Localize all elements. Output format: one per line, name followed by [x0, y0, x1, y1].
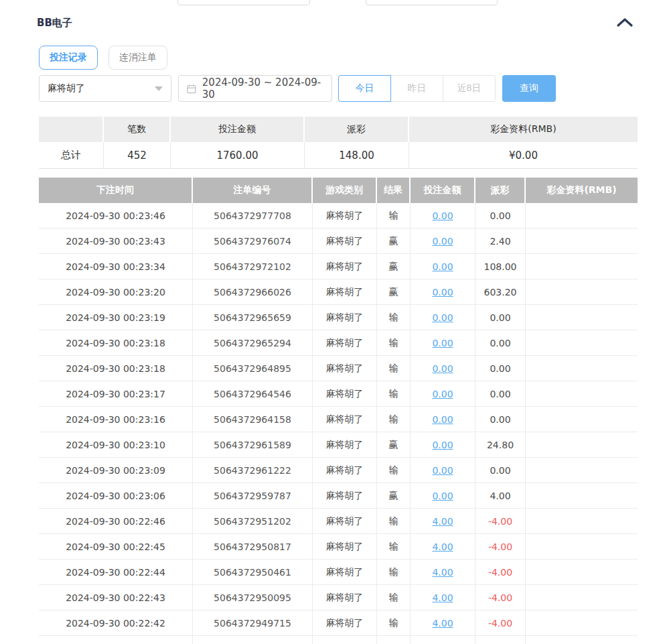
- table-row: 2024-09-30 00:23:165064372964158麻将胡了输0.0…: [39, 407, 638, 432]
- bet-amount-link[interactable]: 0.00: [432, 389, 453, 399]
- bet-amount-link[interactable]: 0.00: [432, 465, 453, 476]
- summary-col-count: 笔数: [104, 117, 171, 142]
- bet-amount-link[interactable]: 0.00: [432, 210, 453, 221]
- today-button[interactable]: 今日: [338, 75, 391, 102]
- chevron-up-icon[interactable]: [616, 16, 634, 29]
- bet-amount-link[interactable]: 4.00: [432, 516, 453, 527]
- table-row: 2024-09-30 00:23:095064372961222麻将胡了输0.0…: [39, 458, 638, 483]
- records-col-bonus: 彩金资料(RMB): [526, 178, 638, 203]
- cell-payout: -4.00: [475, 610, 526, 636]
- cell-bonus: [526, 585, 638, 610]
- cell-result: 输: [377, 305, 411, 330]
- cell-bet-id: 5064372977708: [193, 203, 313, 229]
- cell-game-type: 麻将胡了: [313, 458, 377, 483]
- cell-bet-time: 2024-09-30 00:23:10: [39, 432, 193, 458]
- bet-amount-link[interactable]: 0.00: [432, 261, 453, 272]
- cell-bet-time: 2024-09-30 00:23:18: [39, 330, 193, 356]
- cell-payout: -4.00: [475, 534, 526, 560]
- bet-amount-link[interactable]: 4.00: [432, 618, 453, 629]
- cell-bet-amount: 0.00: [411, 203, 475, 229]
- cell-bonus: [526, 610, 638, 636]
- tab-cancelled-bets[interactable]: 连消注单: [108, 46, 167, 70]
- table-row: 2024-09-30 00:23:175064372964546麻将胡了输0.0…: [39, 381, 638, 407]
- cell-game-type: 麻将胡了: [313, 229, 377, 254]
- records-col-result: 结果: [377, 178, 411, 203]
- cell-bonus: [526, 254, 638, 279]
- cell-bonus: [526, 432, 638, 458]
- cell-bet-amount: 0.00: [411, 407, 475, 432]
- summary-total-bet-amount: 1760.00: [171, 142, 305, 169]
- cell-bet-amount: 0.00: [411, 381, 475, 407]
- cell-game-type: 麻将胡了: [313, 407, 377, 432]
- cell-payout: -4.00: [475, 509, 526, 534]
- table-row: 2024-09-30 00:22:465064372951202麻将胡了输4.0…: [39, 509, 638, 534]
- cell-bet-amount: 0.00: [411, 330, 475, 356]
- cell-game-type: 麻将胡了: [313, 203, 377, 229]
- cell-game-type: 麻将胡了: [313, 279, 377, 305]
- bet-amount-link[interactable]: 0.00: [432, 287, 453, 298]
- tab-betting-records[interactable]: 投注记录: [39, 46, 98, 70]
- table-row: 2024-09-30 00:22:435064372950095麻将胡了输4.0…: [39, 585, 638, 610]
- cell-game-type: 麻将胡了: [313, 432, 377, 458]
- yesterday-button[interactable]: 昨日: [390, 75, 443, 102]
- date-range-input[interactable]: 2024-09-30 ~ 2024-09-30: [178, 75, 332, 102]
- cell-bet-id: 5064372965294: [193, 330, 313, 356]
- cell-bet-time: 2024-09-30 00:23:46: [39, 203, 193, 229]
- game-select[interactable]: 麻将胡了: [39, 75, 171, 102]
- bet-amount-link[interactable]: 4.00: [432, 541, 453, 552]
- cell-result: 赢: [377, 229, 411, 254]
- cell-bet-time: 2024-09-30 00:23:19: [39, 305, 193, 330]
- last-8-days-button[interactable]: 近8日: [443, 75, 496, 102]
- cell-bet-id: 5064372950095: [193, 585, 313, 610]
- cell-bet-id: 5064372961222: [193, 458, 313, 483]
- cell-payout: -4.00: [475, 585, 526, 610]
- cell-game-type: 麻将胡了: [313, 305, 377, 330]
- cell-empty: [526, 636, 638, 644]
- cell-bonus: [526, 534, 638, 560]
- cell-empty: [411, 636, 475, 644]
- bet-amount-link[interactable]: 4.00: [432, 567, 453, 578]
- record-tabs: 投注记录 连消注单: [39, 46, 167, 70]
- bet-amount-link[interactable]: 0.00: [432, 236, 453, 247]
- cell-result: 输: [377, 560, 411, 585]
- cell-result: 赢: [377, 279, 411, 305]
- bet-amount-link[interactable]: 0.00: [432, 363, 453, 374]
- cell-game-type: 麻将胡了: [313, 330, 377, 356]
- cell-bet-time: 2024-09-30 00:23:16: [39, 407, 193, 432]
- cell-bet-time: 2024-09-30 00:22:42: [39, 610, 193, 636]
- table-row: 2024-09-30 00:23:195064372965659麻将胡了输0.0…: [39, 305, 638, 330]
- cell-payout: 0.00: [475, 458, 526, 483]
- cell-payout: 603.20: [475, 279, 526, 305]
- cell-payout: 0.00: [475, 203, 526, 229]
- records-col-bet-amount: 投注金额: [411, 178, 475, 203]
- summary-total-bonus: ¥0.00: [409, 142, 638, 169]
- table-row: 2024-09-30 00:23:185064372965294麻将胡了输0.0…: [39, 330, 638, 356]
- cell-payout: 4.00: [475, 483, 526, 509]
- cell-result: 赢: [377, 483, 411, 509]
- cell-bet-amount: 4.00: [411, 509, 475, 534]
- cutoff-box-left: [177, 0, 310, 5]
- cell-bonus: [526, 407, 638, 432]
- cell-bet-amount: 0.00: [411, 229, 475, 254]
- summary-total-label: 总计: [39, 142, 104, 169]
- bet-amount-link[interactable]: 4.00: [432, 592, 453, 603]
- bet-amount-link[interactable]: 0.00: [432, 414, 453, 425]
- cell-game-type: 麻将胡了: [313, 610, 377, 636]
- records-col-bet-id: 注单编号: [193, 178, 313, 203]
- query-button[interactable]: 查询: [502, 75, 556, 102]
- cell-bet-amount: 4.00: [411, 610, 475, 636]
- bet-amount-link[interactable]: 0.00: [432, 312, 453, 323]
- cell-bet-id: 5064372964546: [193, 381, 313, 407]
- cell-bet-id: 5064372972102: [193, 254, 313, 279]
- cell-result: 输: [377, 509, 411, 534]
- bet-amount-link[interactable]: 0.00: [432, 338, 453, 348]
- cell-result: 输: [377, 330, 411, 356]
- bet-amount-link[interactable]: 0.00: [432, 491, 453, 501]
- game-select-value: 麻将胡了: [48, 82, 85, 94]
- cell-bet-id: 5064372961589: [193, 432, 313, 458]
- cell-bonus: [526, 509, 638, 534]
- calendar-icon: [187, 84, 196, 94]
- page-title: BB电子: [37, 17, 72, 29]
- cell-payout: 108.00: [475, 254, 526, 279]
- bet-amount-link[interactable]: 0.00: [432, 440, 453, 450]
